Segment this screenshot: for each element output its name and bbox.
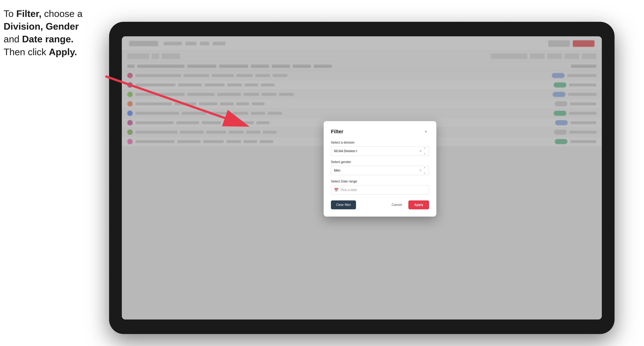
clear-filter-button[interactable]: Clear filter [331, 200, 356, 209]
filter-modal: Filter × Select a division NCAA Division… [324, 121, 436, 217]
modal-backdrop: Filter × Select a division NCAA Division… [122, 36, 602, 320]
division-select[interactable]: NCAA Division I × ⌃⌄ [331, 146, 429, 156]
division-form-group: Select a division NCAA Division I × ⌃⌄ [331, 141, 429, 156]
gender-select[interactable]: Men × ⌃⌄ [331, 166, 429, 175]
gender-form-group: Select gender Men × ⌃⌄ [331, 160, 429, 175]
division-label: Select a division [331, 141, 429, 145]
gender-clear-icon[interactable]: × [420, 169, 422, 173]
date-label: Select Date range [331, 179, 429, 183]
gender-label: Select gender [331, 160, 429, 164]
modal-header: Filter × [331, 128, 429, 135]
instruction-text: To Filter, choose aDivision, Genderand D… [4, 7, 102, 58]
division-clear-icon[interactable]: × [420, 149, 422, 153]
date-placeholder: Pick a date [341, 188, 357, 192]
division-value: NCAA Division I [334, 149, 357, 153]
tablet-screen: Filter × Select a division NCAA Division… [122, 36, 602, 320]
gender-value: Men [334, 169, 340, 173]
apply-button[interactable]: Apply [408, 200, 429, 209]
calendar-icon: 📅 [334, 188, 338, 192]
modal-footer-right: Cancel Apply [388, 200, 429, 209]
modal-close-button[interactable]: × [422, 128, 429, 135]
gender-chevron-icon: ⌃⌄ [423, 167, 426, 174]
modal-footer: Clear filter Cancel Apply [331, 200, 429, 209]
date-form-group: Select Date range 📅 Pick a date [331, 179, 429, 195]
cancel-button[interactable]: Cancel [388, 200, 406, 209]
date-input[interactable]: 📅 Pick a date [331, 185, 429, 195]
division-chevron-icon: ⌃⌄ [423, 147, 426, 155]
tablet-frame: Filter × Select a division NCAA Division… [109, 22, 614, 334]
modal-title: Filter [331, 129, 343, 135]
